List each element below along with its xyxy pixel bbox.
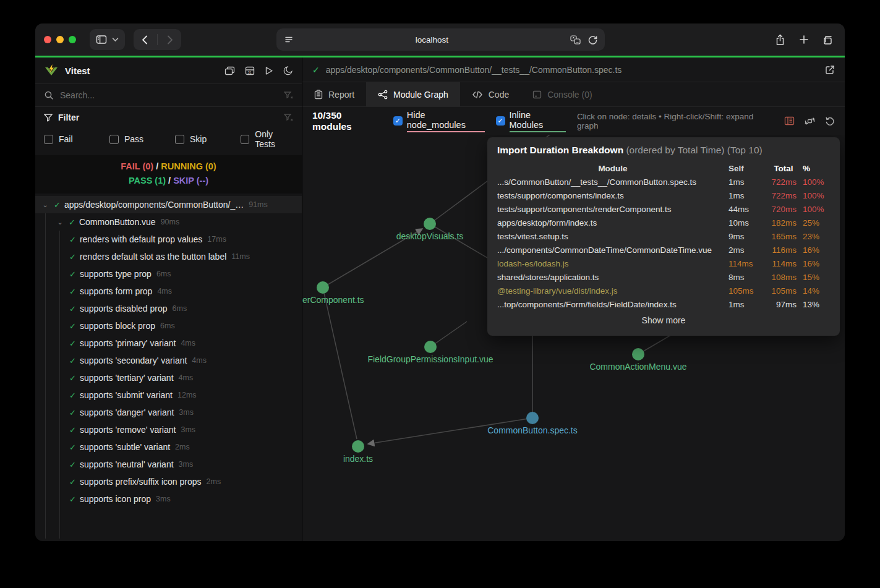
status-segment: FAIL (0)	[121, 161, 153, 171]
browser-sidebar-icon	[96, 35, 107, 45]
breakdown-module: @testing-library/vue/dist/index.js	[497, 286, 728, 296]
expand-graph-icon[interactable]	[805, 116, 815, 126]
test-tree-row[interactable]: ✓supports 'danger' variant3ms	[35, 404, 302, 421]
node-circle[interactable]	[352, 440, 364, 453]
desktop-backdrop: localhost	[0, 0, 880, 588]
test-duration: 2ms	[207, 477, 221, 486]
address-bar[interactable]: localhost	[276, 28, 605, 51]
graph-node-renderComponent[interactable]: erComponent.ts	[317, 281, 329, 294]
node-circle[interactable]	[424, 218, 436, 230]
close-window-button[interactable]	[44, 36, 51, 43]
toggle-hide-node-modules[interactable]: ✓Hide node_modules	[393, 110, 485, 132]
test-tree-row[interactable]: ✓supports 'subtle' variant2ms	[35, 438, 302, 456]
dashboard-icon[interactable]: 31	[245, 66, 255, 75]
graph-node-index[interactable]: index.ts	[352, 440, 364, 453]
clear-filter-icon[interactable]	[284, 114, 293, 122]
test-tree-row[interactable]: ✓supports block prop6ms	[35, 317, 302, 334]
search-input[interactable]	[60, 90, 278, 100]
node-label: erComponent.ts	[302, 295, 364, 305]
test-tree-row[interactable]: ✓supports 'neutral' variant3ms	[35, 456, 302, 473]
graph-toggles: ✓Hide node_modules✓Inline Modules	[393, 110, 566, 132]
tab-code[interactable]: Code	[460, 82, 521, 106]
breakdown-total: 114ms	[764, 259, 803, 268]
tab-console-0-[interactable]: Console (0)	[521, 82, 604, 106]
filter-option-label: Skip	[190, 134, 207, 144]
breakdown-pct: 100%	[803, 191, 830, 200]
checkbox	[241, 135, 249, 144]
filter-option-pass[interactable]: Pass	[109, 129, 175, 149]
sidebar-toggle-button[interactable]	[90, 29, 125, 50]
test-tree-row[interactable]: ✓renders default slot as the button labe…	[35, 248, 302, 265]
filter-option-fail[interactable]: Fail	[44, 129, 109, 149]
reader-icon[interactable]	[284, 35, 294, 44]
zoom-window-button[interactable]	[69, 36, 76, 43]
test-tree-row[interactable]: ✓supports type prop6ms	[35, 265, 302, 283]
breakdown-pct: 16%	[803, 245, 830, 255]
panels-icon[interactable]	[224, 66, 235, 75]
toggle-inline-modules[interactable]: ✓Inline Modules	[496, 110, 566, 132]
pass-check-icon: ✓	[69, 356, 76, 365]
show-more-button[interactable]: Show more	[497, 315, 830, 325]
test-tree-row[interactable]: ✓supports form prop4ms	[35, 283, 302, 300]
breakdown-self: 8ms	[728, 273, 764, 282]
tab-module-graph[interactable]: Module Graph	[366, 82, 460, 106]
test-duration: 91ms	[249, 200, 268, 209]
test-tree-row[interactable]: ✓supports 'tertiary' variant4ms	[35, 369, 302, 386]
breakdown-self: 1ms	[728, 191, 764, 200]
view-tabs: ReportModule GraphCodeConsole (0)	[302, 82, 845, 107]
node-circle[interactable]	[424, 341, 437, 353]
graph-node-commonButtonSpec[interactable]: CommonButton.spec.ts	[526, 412, 539, 424]
test-name: renders with default prop values	[80, 234, 202, 244]
dark-mode-icon[interactable]	[283, 66, 293, 75]
clear-search-filter-icon[interactable]	[284, 92, 293, 100]
filter-options: FailPassSkipOnly Tests	[44, 129, 293, 149]
filter-option-label: Only Tests	[255, 129, 293, 149]
test-name: supports 'neutral' variant	[80, 459, 174, 469]
reload-icon[interactable]	[588, 35, 597, 45]
graph-node-commonActionMenu[interactable]: CommonActionMenu.vue	[632, 348, 644, 360]
node-circle[interactable]	[632, 348, 644, 360]
node-circle[interactable]	[317, 281, 329, 294]
graph-node-fieldGroupPermissionsInput[interactable]: FieldGroupPermissionsInput.vue	[424, 341, 437, 353]
node-circle[interactable]	[526, 412, 539, 424]
app-title: Vitest	[65, 66, 90, 76]
status-segment: PASS (1)	[129, 176, 166, 185]
chevron-down-icon[interactable]: ⌄	[56, 218, 64, 226]
test-name: supports disabled prop	[80, 304, 168, 313]
pass-check-icon: ✓	[69, 373, 76, 383]
test-tree-row[interactable]: ⌄✓apps/desktop/components/CommonButton/_…	[35, 196, 302, 213]
chevron-down-icon[interactable]: ⌄	[41, 201, 49, 209]
filter-option-skip[interactable]: Skip	[175, 129, 241, 149]
back-button[interactable]	[137, 35, 152, 45]
test-tree-row[interactable]: ✓supports 'remove' variant3ms	[35, 421, 302, 438]
toolbar-right-actions	[775, 34, 834, 46]
filter-option-only-tests[interactable]: Only Tests	[241, 129, 293, 149]
new-tab-icon[interactable]	[799, 35, 809, 45]
test-tree-row[interactable]: ✓supports disabled prop6ms	[35, 300, 302, 317]
test-tree-row[interactable]: ✓supports icon prop3ms	[35, 490, 302, 508]
forward-button[interactable]	[163, 35, 177, 45]
translate-icon[interactable]	[570, 35, 581, 45]
test-tree-row[interactable]: ⌄✓CommonButton.vue90ms	[35, 213, 302, 231]
test-name: supports 'secondary' variant	[80, 356, 187, 365]
tab-report[interactable]: Report	[302, 82, 366, 106]
tabs-overview-icon[interactable]	[822, 35, 834, 45]
chevron-down-icon	[112, 37, 119, 42]
test-tree-row[interactable]: ✓renders with default prop values17ms	[35, 231, 302, 248]
test-tree-row[interactable]: ✓supports prefix/suffix icon props2ms	[35, 473, 302, 490]
run-all-icon[interactable]	[265, 66, 273, 75]
breakdown-total: 722ms	[764, 177, 803, 187]
browser-window: localhost	[35, 23, 845, 541]
test-tree-row[interactable]: ✓supports 'secondary' variant4ms	[35, 352, 302, 369]
reset-icon[interactable]	[825, 116, 835, 126]
graph-node-desktopVisuals[interactable]: desktopVisuals.ts	[424, 218, 436, 230]
details-book-icon[interactable]	[784, 116, 795, 126]
test-tree-row[interactable]: ✓supports 'submit' variant12ms	[35, 386, 302, 404]
open-in-editor-icon[interactable]	[825, 65, 835, 75]
nav-divider	[157, 34, 158, 45]
test-tree-row[interactable]: ✓supports 'primary' variant4ms	[35, 334, 302, 352]
node-label: CommonButton.spec.ts	[487, 425, 578, 435]
url-text: localhost	[294, 35, 570, 45]
minimize-window-button[interactable]	[56, 36, 64, 43]
share-icon[interactable]	[775, 34, 785, 46]
